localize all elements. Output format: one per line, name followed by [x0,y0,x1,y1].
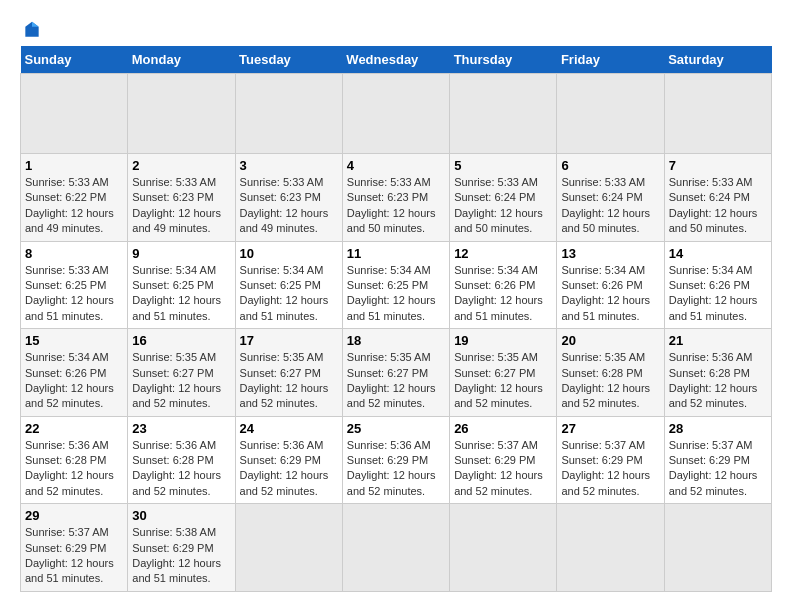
calendar-cell-2-1: 9Sunrise: 5:34 AMSunset: 6:25 PMDaylight… [128,241,235,329]
day-number: 13 [561,246,659,261]
calendar-cell-0-4 [450,74,557,154]
day-number: 8 [25,246,123,261]
calendar-cell-3-0: 15Sunrise: 5:34 AMSunset: 6:26 PMDayligh… [21,329,128,417]
cell-text: Sunrise: 5:37 AMSunset: 6:29 PMDaylight:… [669,438,767,500]
calendar-cell-2-0: 8Sunrise: 5:33 AMSunset: 6:25 PMDaylight… [21,241,128,329]
calendar-week-0 [21,74,772,154]
calendar-cell-4-2: 24Sunrise: 5:36 AMSunset: 6:29 PMDayligh… [235,416,342,504]
header-thursday: Thursday [450,46,557,74]
calendar-table: SundayMondayTuesdayWednesdayThursdayFrid… [20,46,772,592]
calendar-cell-5-1: 30Sunrise: 5:38 AMSunset: 6:29 PMDayligh… [128,504,235,592]
calendar-cell-5-6 [664,504,771,592]
cell-text: Sunrise: 5:33 AMSunset: 6:24 PMDaylight:… [454,175,552,237]
cell-text: Sunrise: 5:35 AMSunset: 6:27 PMDaylight:… [454,350,552,412]
day-number: 16 [132,333,230,348]
day-number: 15 [25,333,123,348]
calendar-cell-4-0: 22Sunrise: 5:36 AMSunset: 6:28 PMDayligh… [21,416,128,504]
day-number: 28 [669,421,767,436]
cell-text: Sunrise: 5:34 AMSunset: 6:26 PMDaylight:… [561,263,659,325]
day-number: 1 [25,158,123,173]
calendar-cell-5-4 [450,504,557,592]
cell-text: Sunrise: 5:33 AMSunset: 6:25 PMDaylight:… [25,263,123,325]
header-friday: Friday [557,46,664,74]
cell-text: Sunrise: 5:36 AMSunset: 6:28 PMDaylight:… [669,350,767,412]
calendar-cell-3-4: 19Sunrise: 5:35 AMSunset: 6:27 PMDayligh… [450,329,557,417]
day-number: 12 [454,246,552,261]
day-number: 29 [25,508,123,523]
cell-text: Sunrise: 5:35 AMSunset: 6:28 PMDaylight:… [561,350,659,412]
cell-text: Sunrise: 5:33 AMSunset: 6:23 PMDaylight:… [347,175,445,237]
day-number: 4 [347,158,445,173]
calendar-cell-5-5 [557,504,664,592]
cell-text: Sunrise: 5:38 AMSunset: 6:29 PMDaylight:… [132,525,230,587]
cell-text: Sunrise: 5:34 AMSunset: 6:26 PMDaylight:… [669,263,767,325]
day-number: 14 [669,246,767,261]
calendar-cell-4-4: 26Sunrise: 5:37 AMSunset: 6:29 PMDayligh… [450,416,557,504]
header-tuesday: Tuesday [235,46,342,74]
calendar-cell-2-2: 10Sunrise: 5:34 AMSunset: 6:25 PMDayligh… [235,241,342,329]
day-number: 22 [25,421,123,436]
day-number: 2 [132,158,230,173]
calendar-cell-3-5: 20Sunrise: 5:35 AMSunset: 6:28 PMDayligh… [557,329,664,417]
day-number: 9 [132,246,230,261]
day-number: 21 [669,333,767,348]
calendar-header-row: SundayMondayTuesdayWednesdayThursdayFrid… [21,46,772,74]
header [20,20,772,36]
cell-text: Sunrise: 5:35 AMSunset: 6:27 PMDaylight:… [240,350,338,412]
day-number: 23 [132,421,230,436]
calendar-week-4: 22Sunrise: 5:36 AMSunset: 6:28 PMDayligh… [21,416,772,504]
cell-text: Sunrise: 5:36 AMSunset: 6:29 PMDaylight:… [347,438,445,500]
calendar-cell-2-5: 13Sunrise: 5:34 AMSunset: 6:26 PMDayligh… [557,241,664,329]
cell-text: Sunrise: 5:33 AMSunset: 6:24 PMDaylight:… [669,175,767,237]
day-number: 24 [240,421,338,436]
calendar-cell-4-1: 23Sunrise: 5:36 AMSunset: 6:28 PMDayligh… [128,416,235,504]
cell-text: Sunrise: 5:34 AMSunset: 6:25 PMDaylight:… [240,263,338,325]
cell-text: Sunrise: 5:36 AMSunset: 6:28 PMDaylight:… [25,438,123,500]
calendar-cell-1-5: 6Sunrise: 5:33 AMSunset: 6:24 PMDaylight… [557,154,664,242]
calendar-week-1: 1Sunrise: 5:33 AMSunset: 6:22 PMDaylight… [21,154,772,242]
cell-text: Sunrise: 5:35 AMSunset: 6:27 PMDaylight:… [132,350,230,412]
header-monday: Monday [128,46,235,74]
cell-text: Sunrise: 5:37 AMSunset: 6:29 PMDaylight:… [25,525,123,587]
calendar-cell-3-2: 17Sunrise: 5:35 AMSunset: 6:27 PMDayligh… [235,329,342,417]
calendar-cell-2-3: 11Sunrise: 5:34 AMSunset: 6:25 PMDayligh… [342,241,449,329]
calendar-cell-4-3: 25Sunrise: 5:36 AMSunset: 6:29 PMDayligh… [342,416,449,504]
calendar-cell-0-1 [128,74,235,154]
calendar-cell-1-3: 4Sunrise: 5:33 AMSunset: 6:23 PMDaylight… [342,154,449,242]
day-number: 19 [454,333,552,348]
cell-text: Sunrise: 5:34 AMSunset: 6:25 PMDaylight:… [347,263,445,325]
cell-text: Sunrise: 5:34 AMSunset: 6:26 PMDaylight:… [454,263,552,325]
day-number: 18 [347,333,445,348]
cell-text: Sunrise: 5:35 AMSunset: 6:27 PMDaylight:… [347,350,445,412]
cell-text: Sunrise: 5:33 AMSunset: 6:23 PMDaylight:… [132,175,230,237]
cell-text: Sunrise: 5:37 AMSunset: 6:29 PMDaylight:… [454,438,552,500]
logo-icon [22,20,42,40]
day-number: 27 [561,421,659,436]
calendar-cell-0-6 [664,74,771,154]
calendar-cell-5-2 [235,504,342,592]
day-number: 20 [561,333,659,348]
day-number: 3 [240,158,338,173]
cell-text: Sunrise: 5:33 AMSunset: 6:23 PMDaylight:… [240,175,338,237]
calendar-cell-0-0 [21,74,128,154]
calendar-cell-5-0: 29Sunrise: 5:37 AMSunset: 6:29 PMDayligh… [21,504,128,592]
header-wednesday: Wednesday [342,46,449,74]
calendar-cell-1-2: 3Sunrise: 5:33 AMSunset: 6:23 PMDaylight… [235,154,342,242]
calendar-week-3: 15Sunrise: 5:34 AMSunset: 6:26 PMDayligh… [21,329,772,417]
cell-text: Sunrise: 5:34 AMSunset: 6:25 PMDaylight:… [132,263,230,325]
day-number: 17 [240,333,338,348]
cell-text: Sunrise: 5:37 AMSunset: 6:29 PMDaylight:… [561,438,659,500]
calendar-cell-3-3: 18Sunrise: 5:35 AMSunset: 6:27 PMDayligh… [342,329,449,417]
cell-text: Sunrise: 5:36 AMSunset: 6:28 PMDaylight:… [132,438,230,500]
day-number: 6 [561,158,659,173]
calendar-cell-1-4: 5Sunrise: 5:33 AMSunset: 6:24 PMDaylight… [450,154,557,242]
calendar-cell-4-5: 27Sunrise: 5:37 AMSunset: 6:29 PMDayligh… [557,416,664,504]
header-sunday: Sunday [21,46,128,74]
calendar-cell-1-0: 1Sunrise: 5:33 AMSunset: 6:22 PMDaylight… [21,154,128,242]
cell-text: Sunrise: 5:33 AMSunset: 6:22 PMDaylight:… [25,175,123,237]
calendar-week-5: 29Sunrise: 5:37 AMSunset: 6:29 PMDayligh… [21,504,772,592]
calendar-cell-1-6: 7Sunrise: 5:33 AMSunset: 6:24 PMDaylight… [664,154,771,242]
calendar-cell-2-4: 12Sunrise: 5:34 AMSunset: 6:26 PMDayligh… [450,241,557,329]
day-number: 7 [669,158,767,173]
calendar-cell-3-6: 21Sunrise: 5:36 AMSunset: 6:28 PMDayligh… [664,329,771,417]
